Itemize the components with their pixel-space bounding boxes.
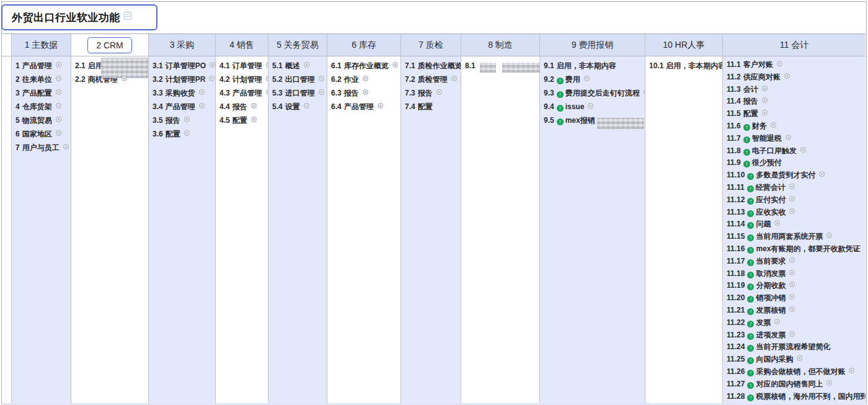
topic-item[interactable]: 8.1 bbox=[465, 59, 538, 73]
topic-item[interactable]: 11.22↑发票 bbox=[727, 317, 864, 329]
column-header[interactable]: 1 主数据 bbox=[12, 34, 71, 56]
topic-item[interactable]: 5.4设置 bbox=[272, 100, 326, 113]
column-header[interactable]: 4 销售 bbox=[216, 34, 268, 56]
collapse-toggle-icon[interactable] bbox=[56, 117, 61, 122]
topic-item[interactable]: 6国家地区 bbox=[16, 127, 69, 141]
column-header[interactable]: 10 HR人事 bbox=[645, 34, 722, 56]
topic-item[interactable]: 7用户与员工 bbox=[16, 141, 69, 154]
topic-item[interactable]: 11.3会计 bbox=[727, 84, 864, 96]
topic-item[interactable]: 7.3报告 bbox=[405, 86, 459, 100]
collapse-toggle-icon[interactable] bbox=[266, 76, 268, 81]
topic-item[interactable]: 11.23↑进项发票 bbox=[727, 329, 864, 342]
selected-column-header-chip[interactable]: 2 CRM bbox=[87, 37, 132, 53]
collapse-toggle-icon[interactable] bbox=[304, 62, 309, 68]
column-header[interactable]: 5 关务贸易 bbox=[268, 34, 327, 56]
topic-item[interactable]: 4.5配置 bbox=[219, 113, 267, 127]
topic-item[interactable]: 7.2质检管理 bbox=[405, 73, 459, 86]
topic-item[interactable]: 9.3↑费用提交后走钉钉流程 bbox=[544, 86, 644, 100]
topic-item[interactable]: 11.6↑财务 bbox=[727, 120, 864, 133]
collapse-toggle-icon[interactable] bbox=[56, 130, 61, 136]
topic-item[interactable]: 4仓库货架 bbox=[16, 100, 69, 113]
topic-item[interactable]: 9.1启用，非本期内容 bbox=[544, 59, 644, 73]
topic-item[interactable]: 3.2计划管理PR bbox=[153, 73, 214, 86]
topic-item[interactable]: 11.25↑向国内采购 bbox=[727, 354, 864, 366]
topic-item[interactable]: 3.6配置 bbox=[153, 127, 214, 141]
topic-item[interactable]: 5.2出口管理 bbox=[272, 73, 326, 86]
collapse-toggle-icon[interactable] bbox=[789, 282, 795, 287]
collapse-toggle-icon[interactable] bbox=[63, 144, 69, 149]
collapse-toggle-icon[interactable] bbox=[644, 89, 645, 95]
collapse-toggle-icon[interactable] bbox=[789, 306, 795, 312]
topic-item[interactable]: 6.2作业 bbox=[331, 73, 399, 86]
topic-item[interactable]: 3.3采购收货 bbox=[153, 86, 214, 100]
topic-item[interactable]: 11.11↑经营会计 bbox=[727, 182, 864, 194]
collapse-toggle-icon[interactable] bbox=[378, 103, 383, 109]
collapse-toggle-icon[interactable] bbox=[251, 103, 257, 109]
topic-item[interactable]: 6.3报告 bbox=[331, 86, 399, 100]
topic-item[interactable]: 11.16↑mex有账期的，都要开收款凭证 bbox=[727, 243, 864, 256]
collapse-toggle-icon[interactable] bbox=[210, 62, 215, 68]
collapse-toggle-icon[interactable] bbox=[588, 103, 593, 109]
column-header[interactable]: 11 会计 bbox=[723, 34, 866, 56]
topic-item[interactable]: 11.10↑多数是货到才实付 bbox=[727, 169, 864, 182]
collapse-toggle-icon[interactable] bbox=[789, 196, 795, 202]
column-header[interactable]: 6 库存 bbox=[327, 34, 401, 56]
topic-item[interactable]: 11.24↑当前开票流程希望简化 bbox=[727, 341, 864, 354]
collapse-toggle-icon[interactable] bbox=[436, 89, 442, 95]
collapse-toggle-icon[interactable] bbox=[319, 76, 324, 81]
collapse-toggle-icon[interactable] bbox=[392, 62, 398, 68]
topic-item[interactable]: 4.1订单管理 bbox=[219, 59, 267, 73]
collapse-toggle-icon[interactable] bbox=[774, 220, 780, 226]
collapse-toggle-icon[interactable] bbox=[784, 73, 790, 79]
collapse-toggle-icon[interactable] bbox=[797, 355, 802, 361]
collapse-toggle-icon[interactable] bbox=[184, 130, 190, 136]
collapse-toggle-icon[interactable] bbox=[762, 97, 768, 103]
topic-item[interactable]: 6.4产品管理 bbox=[331, 100, 399, 113]
collapse-toggle-icon[interactable] bbox=[774, 319, 780, 324]
topic-item[interactable]: 6.1库存作业概览 bbox=[331, 59, 399, 73]
collapse-toggle-icon[interactable] bbox=[304, 103, 309, 109]
collapse-toggle-icon[interactable] bbox=[451, 76, 457, 81]
topic-item[interactable]: 11.27↑对应的国内销售同上 bbox=[727, 378, 864, 391]
topic-item[interactable]: 9.5↑mex报销 bbox=[544, 113, 644, 127]
collapse-toggle-icon[interactable] bbox=[266, 89, 268, 95]
topic-item[interactable]: 11.13↑应收实收 bbox=[727, 207, 864, 219]
topic-item[interactable]: 11.26↑采购会做核销，但不做对账 bbox=[727, 366, 864, 378]
collapse-toggle-icon[interactable] bbox=[800, 147, 806, 153]
collapse-toggle-icon[interactable] bbox=[209, 76, 215, 81]
topic-item[interactable]: 11.15↑当前用两套系统开票 bbox=[727, 231, 864, 243]
topic-item[interactable]: 9.2↑费用 bbox=[544, 73, 644, 86]
collapse-toggle-icon[interactable] bbox=[56, 103, 61, 109]
topic-item[interactable]: 10.1启用，非本期内容 bbox=[649, 59, 721, 73]
topic-item[interactable]: 11.28↑税票核销，海外用不到，国内用到 bbox=[727, 391, 864, 403]
collapse-toggle-icon[interactable] bbox=[56, 89, 61, 95]
collapse-toggle-icon[interactable] bbox=[363, 89, 368, 95]
topic-item[interactable]: 11.21↑发票核销 bbox=[727, 305, 864, 317]
collapse-toggle-icon[interactable] bbox=[122, 76, 127, 81]
topic-item[interactable]: 11.8↑电子口岸触发 bbox=[727, 145, 864, 158]
collapse-toggle-icon[interactable] bbox=[56, 76, 61, 81]
collapse-toggle-icon[interactable] bbox=[762, 110, 768, 115]
collapse-toggle-icon[interactable] bbox=[789, 270, 795, 275]
topic-item[interactable]: 11.20↑销项冲销 bbox=[727, 292, 864, 305]
collapse-toggle-icon[interactable] bbox=[789, 331, 795, 337]
topic-item[interactable]: 4.2计划管理 bbox=[219, 73, 267, 86]
collapse-toggle-icon[interactable] bbox=[199, 89, 205, 95]
topic-item[interactable]: 11.18↑取消发票 bbox=[727, 268, 864, 280]
collapse-toggle-icon[interactable] bbox=[319, 89, 324, 95]
topic-item[interactable]: 7.4配置 bbox=[405, 100, 459, 113]
topic-item[interactable]: 11.1客户对账 bbox=[727, 59, 864, 71]
topic-item[interactable]: 5.1概述 bbox=[272, 59, 326, 73]
collapse-toggle-icon[interactable] bbox=[826, 380, 832, 386]
collapse-toggle-icon[interactable] bbox=[789, 294, 795, 300]
topic-item[interactable]: 11.4报告 bbox=[727, 96, 864, 108]
topic-item[interactable]: 11.9↑很少预付 bbox=[727, 157, 864, 169]
topic-item[interactable]: 11.12↑应付实付 bbox=[727, 194, 864, 207]
topic-item[interactable]: 2往来单位 bbox=[16, 73, 69, 86]
topic-item[interactable]: 4.4报告 bbox=[219, 100, 267, 113]
topic-item[interactable]: 11.7↑智能退税 bbox=[727, 133, 864, 145]
topic-item[interactable]: 5物流贸易 bbox=[16, 113, 69, 127]
collapse-toggle-icon[interactable] bbox=[789, 208, 795, 214]
collapse-toggle-icon[interactable] bbox=[771, 122, 776, 128]
collapse-toggle-icon[interactable] bbox=[56, 62, 61, 68]
